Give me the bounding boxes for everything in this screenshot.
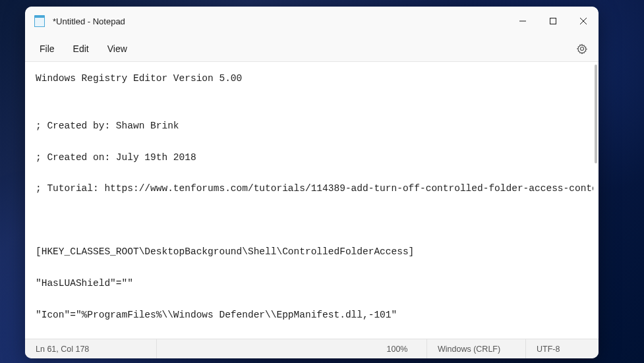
notepad-window: *Untitled - Notepad File Edit View Windo…	[25, 7, 599, 358]
editor-line: "HasLUAShield"=""	[36, 276, 583, 292]
gear-icon	[577, 43, 587, 54]
editor-line	[36, 197, 583, 213]
editor-line: [HKEY_CLASSES_ROOT\DesktopBackground\She…	[36, 244, 583, 260]
menu-file[interactable]: File	[30, 40, 64, 58]
window-controls	[508, 7, 599, 36]
editor-line	[36, 292, 583, 308]
editor-line	[36, 260, 583, 276]
window-title: *Untitled - Notepad	[53, 16, 508, 26]
statusbar: Ln 61, Col 178 100% Windows (CRLF) UTF-8	[25, 339, 599, 358]
editor-line	[36, 323, 583, 339]
status-zoom[interactable]: 100%	[368, 339, 427, 358]
status-encoding: UTF-8	[526, 339, 599, 358]
editor-line	[36, 87, 583, 103]
editor-line: Windows Registry Editor Version 5.00	[36, 71, 583, 87]
editor-line: ; Created by: Shawn Brink	[36, 119, 583, 134]
vertical-scrollbar[interactable]	[595, 65, 597, 163]
menu-view[interactable]: View	[98, 40, 136, 58]
svg-rect-1	[550, 18, 556, 24]
editor-line	[36, 134, 583, 150]
settings-button[interactable]	[571, 38, 593, 60]
editor-line	[36, 103, 583, 119]
maximize-button[interactable]	[538, 7, 568, 36]
editor-line: "Icon"="%ProgramFiles%\\Windows Defender…	[36, 308, 583, 323]
editor-line	[36, 229, 583, 244]
status-line-ending: Windows (CRLF)	[427, 339, 526, 358]
minimize-button[interactable]	[508, 7, 538, 36]
titlebar[interactable]: *Untitled - Notepad	[25, 7, 599, 36]
editor-line: ; Tutorial: https://www.tenforums.com/tu…	[36, 181, 583, 197]
maximize-icon	[550, 18, 556, 24]
editor-line: ; Created on: July 19th 2018	[36, 150, 583, 166]
editor-line	[36, 213, 583, 229]
close-icon	[580, 18, 587, 24]
notepad-icon	[34, 15, 45, 27]
close-button[interactable]	[568, 7, 599, 36]
editor-line	[36, 166, 583, 182]
status-cursor-position: Ln 61, Col 178	[25, 339, 157, 358]
editor-area: Windows Registry Editor Version 5.00; Cr…	[25, 62, 599, 339]
menubar: File Edit View	[25, 36, 599, 62]
minimize-icon	[519, 18, 526, 24]
menu-edit[interactable]: Edit	[64, 40, 98, 58]
text-editor[interactable]: Windows Registry Editor Version 5.00; Cr…	[25, 62, 593, 339]
